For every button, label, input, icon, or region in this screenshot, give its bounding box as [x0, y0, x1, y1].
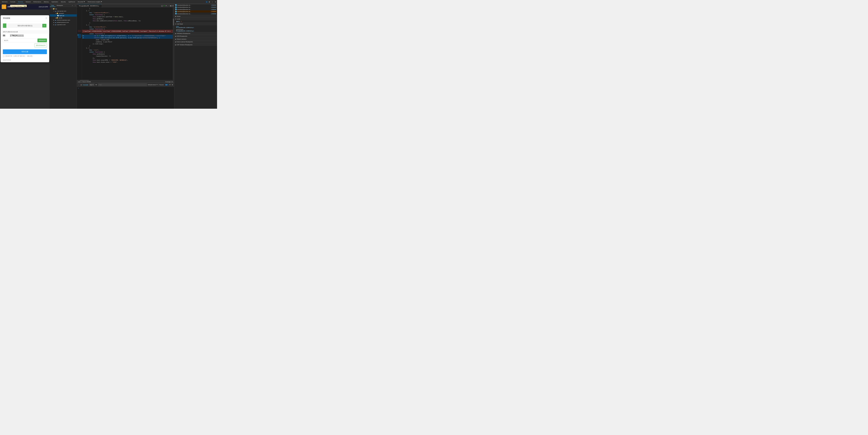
default-levels-dropdown[interactable]: Default levels ▼	[148, 84, 158, 86]
devtools-tab-memory[interactable]: Memory	[42, 0, 50, 4]
accessibility-link[interactable]: 适老化及无障碍	[39, 6, 48, 8]
local-header[interactable]: ▼ Local	[174, 18, 217, 20]
tree-item-common-qunarzz[interactable]: ▶ ☁ common.qunarzz.com	[50, 19, 77, 21]
xhr-label: XHR/fetch Breakpoints	[177, 33, 190, 34]
scrollbar-thumb-horizontal	[80, 80, 89, 81]
bp-line-5: 1:505480	[211, 13, 216, 14]
callstack-item-anonymous[interactable]: (anonymous) PCLogin@6ac20ff...015894124.…	[174, 29, 217, 32]
settings-icon[interactable]: ⚙	[208, 1, 211, 3]
devtools-tab-network[interactable]: Network	[24, 0, 32, 4]
bp-checkbox-5[interactable]	[175, 13, 177, 14]
code-content[interactable]: } }, { key: "componentDidMount", value: …	[82, 7, 173, 80]
devtools-tab-console[interactable]: Console	[9, 0, 17, 4]
console-no-errors-icon[interactable]: ⊘	[81, 84, 82, 86]
website-panel: 🐪 去哪儿旅行 登录/注册 适老化及无障碍 Paused in debugger…	[0, 4, 50, 109]
count-row: 86 17862611111	[1, 34, 49, 37]
global-header[interactable]: ▶ Global Listeners	[174, 38, 217, 40]
call-stack-section: ▼ Call Stack value PCLogin@6ac20ff...015…	[174, 23, 217, 32]
status-bar: Line 1, Column 505490 Coverage: n/a	[77, 81, 174, 83]
slider-container[interactable]: 请按住滑块,拖到最右边 »	[3, 24, 47, 28]
camera-icon[interactable]: 📷	[24, 5, 26, 7]
bp-checkbox-3[interactable]	[175, 9, 177, 10]
context-dropdown-icon: ▼	[92, 84, 94, 86]
voice-captcha-button[interactable]: 获取语音验证码	[35, 43, 47, 47]
devtools-tab-application[interactable]: Application	[50, 0, 59, 4]
file-tree-menu-icon[interactable]: ⋮	[74, 4, 77, 7]
context-selector[interactable]: top ▼	[89, 83, 94, 86]
console-filter-input[interactable]	[98, 83, 147, 86]
code-line: key: "componentDidMount",	[82, 12, 173, 14]
code-line: }	[82, 8, 173, 10]
tree-item-q-qunarzz[interactable]: ▶ ☁ q.qunarzz.com	[50, 24, 77, 26]
code-line-return: ▶ return d.AES.encrypt(d.enc.Utf8.parse(…	[82, 37, 173, 39]
bp-checkbox-1[interactable]	[175, 4, 177, 6]
step-out-icon[interactable]: ↑	[169, 5, 169, 6]
paused-debugger-badge: Paused in debugger ▶ 📷	[10, 5, 27, 7]
devtools-tab-elements[interactable]: Elements	[1, 0, 9, 4]
bp-text-5: (function(e){function n(r...	[177, 13, 210, 14]
other-login-label: 其他方式登录	[1, 58, 49, 62]
xhr-header[interactable]: ▶ XHR/fetch Breakpoints	[174, 32, 217, 35]
close-icon[interactable]: ✕	[214, 1, 217, 3]
devtools-tab-recorder[interactable]: Recorder ⚑	[76, 0, 86, 4]
devtools-tab-sources[interactable]: Sources	[17, 0, 24, 4]
csp-arrow-icon: ▶	[175, 44, 176, 45]
editor-area: PCLogin@6ac20ff...25015894124.js × { } ⏸…	[77, 4, 174, 83]
play-icon[interactable]: ▶	[23, 5, 24, 7]
editor-tab-pclogin[interactable]: PCLogin@6ac20ff...25015894124.js ×	[78, 4, 102, 7]
continue-icon[interactable]: ⏭	[170, 5, 172, 6]
line-numbers	[77, 7, 82, 80]
code-line: this.text.style.color = "#000".	[82, 61, 173, 63]
tabs-more-icon[interactable]: »	[71, 4, 73, 7]
csp-header[interactable]: ▶ CSP Violation Breakpoints	[174, 43, 217, 46]
tree-item-user-qunar[interactable]: ▼ ☁ user.qunar.com	[50, 10, 77, 12]
debugger-panel: (function(e){function n(r... 1:504545 (f…	[174, 4, 217, 109]
slider-modal: 滑动校验 × 请按住滑块,拖到最右边 » 新用户注册成功后自动注册 86 178…	[1, 15, 49, 62]
tree-item-picbed-qunarzz[interactable]: ▶ ☁ picbed.qunarzz.com	[50, 21, 77, 24]
tree-item-top[interactable]: ▼ 📁 top	[50, 8, 77, 10]
captcha-input[interactable]	[3, 39, 36, 42]
code-line: mode: d.mode.ECB,	[82, 39, 173, 41]
eye-icon[interactable]: 👁	[95, 84, 97, 86]
call-stack-header[interactable]: ▼ Call Stack	[174, 23, 217, 25]
tree-item-qcode[interactable]: ▶ 📁 qcode	[50, 17, 77, 19]
tree-item-loginjsp[interactable]: 📄 login.jsp	[50, 14, 77, 17]
step-over-icon[interactable]: ⟳	[165, 5, 167, 6]
issues-count-badge[interactable]: ▣ 3	[165, 84, 168, 86]
close-console-icon[interactable]: ✕	[172, 83, 173, 86]
bp-checkbox-4[interactable]	[175, 11, 177, 12]
format-icon[interactable]: { }	[161, 5, 163, 6]
tree-item-passport[interactable]: ▼ 📁 passport	[50, 12, 77, 14]
console-chevron-prompt[interactable]: >	[78, 87, 79, 89]
devtools-tab-performance[interactable]: Performance	[32, 0, 42, 4]
devtools-tab-security[interactable]: Security	[59, 0, 67, 4]
pause-icon[interactable]: ⏸	[163, 5, 165, 6]
editor-scrollbar-vertical[interactable]	[173, 7, 174, 80]
count1: 86	[3, 34, 5, 37]
get-captcha-button[interactable]: 获取验证码	[37, 39, 47, 42]
issues-label: 2 Issues:	[158, 84, 164, 86]
agreement-checkbox[interactable]	[3, 55, 4, 57]
more-options-icon[interactable]: ⋮	[211, 1, 214, 3]
devtools-tab-performance-insights[interactable]: Performance insights ⚑	[86, 0, 103, 4]
devtools-tab-lighthouse[interactable]: Lighthouse	[67, 0, 76, 4]
deactivate-bp-icon[interactable]: ⊘	[172, 5, 174, 6]
callstack-item-value[interactable]: value PCLogin@6ac20ff...015894124.js:1	[174, 25, 217, 29]
page-tab[interactable]: Page	[50, 4, 55, 7]
dom-header[interactable]: ▶ DOM Breakpoints	[174, 35, 217, 37]
callstack-file-anonymous: PCLogin@6ac20ff...015894124.js:1	[176, 30, 215, 32]
login-register-button[interactable]: 登录/注册	[3, 49, 47, 54]
context-top-label: top	[90, 84, 92, 86]
modal-close-button[interactable]: ×	[46, 17, 47, 20]
workspace-tab[interactable]: Workspace	[55, 4, 64, 7]
bp-checkbox-2[interactable]	[175, 6, 177, 8]
console-settings-icon[interactable]: ⚙	[169, 84, 171, 86]
editor-tab-close-icon[interactable]: ×	[99, 5, 100, 6]
step-into-icon[interactable]: ↓	[167, 5, 168, 6]
scope-header[interactable]: ▶ Scope	[174, 15, 217, 18]
bp-line-2: 1:504604	[211, 6, 216, 8]
event-header[interactable]: ▶ Event Listener Breakpoints	[174, 40, 217, 43]
console-title[interactable]: Console	[83, 84, 88, 86]
console-body[interactable]: >	[77, 87, 174, 109]
scrollbar-thumb	[173, 19, 174, 26]
